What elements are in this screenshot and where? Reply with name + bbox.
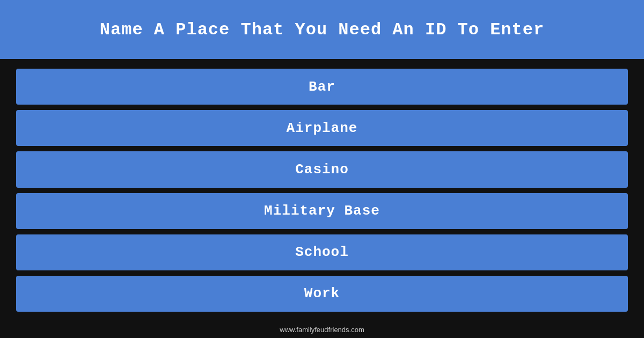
answer-label-bar: Bar <box>309 79 335 95</box>
page-title: Name A Place That You Need An ID To Ente… <box>100 20 544 40</box>
answers-list: BarAirplaneCasinoMilitary BaseSchoolWork <box>0 59 644 321</box>
answer-label-airplane: Airplane <box>287 120 358 136</box>
answer-button-bar[interactable]: Bar <box>16 69 628 105</box>
answer-button-school[interactable]: School <box>16 234 628 270</box>
answer-label-school: School <box>295 244 349 260</box>
header: Name A Place That You Need An ID To Ente… <box>0 0 644 59</box>
answer-button-work[interactable]: Work <box>16 276 628 312</box>
answer-button-airplane[interactable]: Airplane <box>16 110 628 146</box>
footer-url: www.familyfeudfriends.com <box>280 326 364 334</box>
answer-label-casino: Casino <box>295 161 349 178</box>
answer-button-military-base[interactable]: Military Base <box>16 193 628 229</box>
answer-label-work: Work <box>304 285 340 302</box>
answer-button-casino[interactable]: Casino <box>16 151 628 187</box>
answer-label-military-base: Military Base <box>264 203 380 219</box>
footer: www.familyfeudfriends.com <box>0 321 644 338</box>
